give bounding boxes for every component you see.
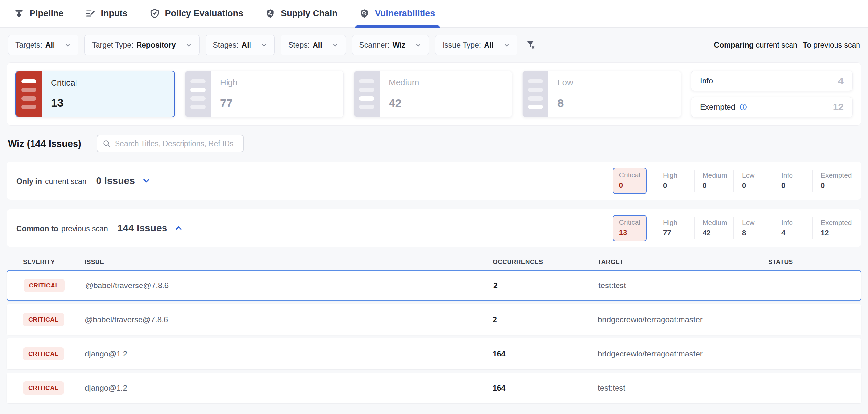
tab-label: Policy Evaluations [165, 8, 244, 19]
issue-cell: django@1.2 [85, 383, 493, 393]
tab-policy-evaluations[interactable]: Policy Evaluations [149, 0, 244, 27]
clear-filters-icon[interactable] [525, 39, 536, 51]
shield-search-icon [359, 8, 370, 19]
count-chip-info[interactable]: Info 4 [773, 217, 812, 239]
filter-label: Steps: [288, 41, 310, 50]
count-label: Medium [703, 172, 734, 179]
section-issue-count: 144 Issues [118, 223, 167, 234]
count-value: 0 [742, 181, 773, 190]
filter-target-type[interactable]: Target Type: Repository [84, 35, 199, 55]
count-value: 0 [821, 181, 851, 190]
count-value: 42 [703, 229, 734, 237]
section-issue-count: 0 Issues [96, 175, 135, 186]
count-chip-critical[interactable]: Critical 0 [613, 168, 647, 194]
filter-stages[interactable]: Stages: All [206, 35, 275, 55]
info-circle-icon[interactable] [739, 103, 747, 111]
info-card-label: Info [700, 76, 713, 85]
column-header-severity: SEVERITY [23, 258, 85, 265]
severity-card-low[interactable]: Low 8 [522, 71, 681, 117]
only-current-scan-panel: Only in current scan 0 Issues Critical 0… [6, 162, 862, 200]
filter-value: All [484, 41, 493, 50]
tab-label: Pipeline [30, 8, 64, 19]
severity-card-high[interactable]: High 77 [185, 71, 344, 117]
table-row[interactable]: CRITICAL django@1.2 164 bridgecrewio/ter… [6, 338, 862, 369]
count-value: 0 [619, 181, 640, 189]
severity-badge: CRITICAL [24, 279, 65, 292]
search-icon [102, 139, 111, 148]
info-card[interactable]: Info 4 [691, 71, 852, 91]
inputs-icon [85, 8, 96, 19]
comparing-label: Comparing current scan To previous scan [714, 41, 860, 50]
issues-table-body: CRITICAL @babel/traverse@7.8.6 2 test:te… [6, 270, 862, 404]
count-label: Medium [703, 219, 734, 227]
occurrences-cell: 2 [493, 316, 598, 324]
shield-check-icon [149, 8, 160, 19]
tab-vulnerabilities[interactable]: Vulnerabilities [359, 0, 435, 27]
filter-value: All [313, 41, 322, 50]
chevron-down-icon [64, 42, 71, 48]
tab-inputs[interactable]: Inputs [85, 0, 128, 27]
count-chip-exempted[interactable]: Exempted 12 [812, 217, 851, 239]
section-scope: previous scan [61, 225, 108, 233]
count-chip-medium[interactable]: Medium 0 [694, 170, 734, 192]
table-row[interactable]: CRITICAL django@1.2 164 test:test [6, 373, 862, 404]
pipeline-icon [14, 8, 24, 19]
count-chip-exempted[interactable]: Exempted 0 [812, 170, 851, 192]
count-chip-high[interactable]: High 0 [655, 170, 694, 192]
shield-network-icon [265, 8, 275, 19]
tab-pipeline[interactable]: Pipeline [14, 0, 64, 27]
severity-counts-group: Critical 13 High 77 Medium 42 Low 8 Info… [613, 215, 851, 241]
count-chip-medium[interactable]: Medium 42 [694, 217, 734, 239]
filter-value: All [45, 41, 55, 50]
filter-label: Scanner: [360, 41, 390, 50]
filter-scanner[interactable]: Scanner: Wiz [352, 35, 429, 55]
count-value: 77 [663, 229, 694, 237]
column-header-target: TARGET [598, 258, 768, 265]
severity-counts-group: Critical 0 High 0 Medium 0 Low 0 Info 0 … [613, 168, 851, 194]
count-chip-low[interactable]: Low 0 [734, 170, 773, 192]
only-current-scan-toggle[interactable]: Only in current scan 0 Issues [17, 175, 151, 186]
comparing-text: previous scan [813, 41, 860, 49]
section-prefix: Only in [17, 177, 42, 186]
severity-card-label: Low [557, 78, 573, 88]
severity-card-medium[interactable]: Medium 42 [353, 71, 513, 117]
severity-card-value: 42 [389, 97, 419, 110]
count-chip-low[interactable]: Low 8 [734, 217, 773, 239]
filter-value: Wiz [393, 41, 405, 50]
severity-gauge-icon [354, 71, 379, 117]
exempted-card[interactable]: Exempted 12 [691, 97, 852, 117]
top-tab-bar: Pipeline Inputs Policy Evaluations Suppl… [0, 0, 868, 28]
chevron-down-icon [415, 42, 422, 48]
filter-value: All [242, 41, 251, 50]
severity-card-value: 8 [557, 97, 573, 110]
issue-cell: @babel/traverse@7.8.6 [85, 281, 493, 290]
table-row[interactable]: CRITICAL @babel/traverse@7.8.6 2 test:te… [6, 270, 862, 301]
count-label: Info [781, 219, 812, 227]
severity-card-label: Critical [51, 78, 77, 88]
column-header-occurrences: OCCURRENCES [493, 258, 598, 265]
comparing-text: current scan [756, 41, 798, 49]
filter-steps[interactable]: Steps: All [281, 35, 346, 55]
filter-issue-type[interactable]: Issue Type: All [435, 35, 517, 55]
count-chip-info[interactable]: Info 0 [773, 170, 812, 192]
count-value: 8 [742, 229, 773, 237]
chevron-up-icon[interactable] [174, 224, 183, 233]
severity-gauge-icon [185, 71, 211, 117]
tab-supply-chain[interactable]: Supply Chain [265, 0, 338, 27]
comparing-bold: To [803, 41, 811, 49]
count-chip-critical[interactable]: Critical 13 [613, 215, 647, 241]
filter-label: Target Type: [92, 41, 133, 50]
chevron-down-icon[interactable] [142, 176, 151, 185]
issues-table-header: SEVERITY ISSUE OCCURRENCES TARGET STATUS [6, 258, 862, 265]
search-input[interactable] [115, 139, 238, 148]
common-previous-scan-toggle[interactable]: Common to previous scan 144 Issues [17, 223, 183, 234]
count-label: High [663, 219, 694, 227]
filter-label: Issue Type: [442, 41, 481, 50]
severity-gauge-icon [523, 71, 548, 117]
severity-badge: CRITICAL [23, 382, 64, 394]
chevron-down-icon [332, 42, 338, 48]
count-chip-high[interactable]: High 77 [655, 217, 694, 239]
severity-card-critical[interactable]: Critical 13 [16, 71, 175, 117]
filter-targets[interactable]: Targets: All [8, 35, 79, 55]
table-row[interactable]: CRITICAL @babel/traverse@7.8.6 2 bridgec… [6, 304, 862, 335]
